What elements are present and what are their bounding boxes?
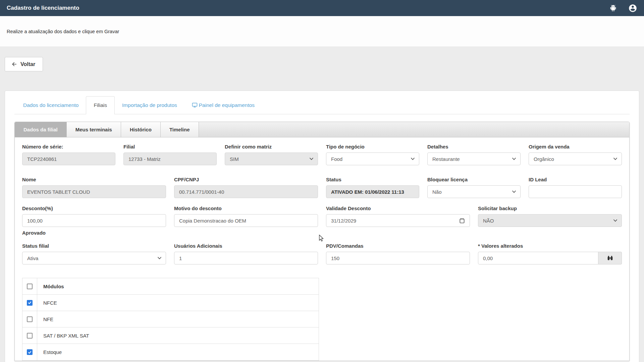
subtab-timeline[interactable]: Timeline — [161, 122, 199, 137]
tab-label: Dados do licenciamento — [23, 102, 78, 108]
valores-search-button[interactable] — [598, 252, 622, 264]
field-origem-venda: Origem da venda Orgânico — [529, 144, 622, 165]
field-cpf-cnpj: CPF/CNPJ — [174, 177, 318, 198]
field-definir-matriz: Definir como matriz SIM — [225, 144, 318, 165]
module-row-nfe: NFE — [22, 311, 319, 327]
top-bar: Cadastro de licenciamento — [0, 0, 644, 16]
android-icon[interactable] — [608, 4, 618, 13]
modules-header-label: Módulos — [37, 284, 64, 289]
bloquear-licenca-label: Bloquear licença — [427, 177, 521, 183]
module-checkbox[interactable] — [27, 333, 33, 339]
status-filial-label: Status filial — [22, 243, 166, 249]
filial-input — [123, 153, 217, 165]
licensing-card: Dados do licenciamento Filiais Importaçã… — [5, 90, 639, 362]
tipo-negocio-label: Tipo de negócio — [326, 144, 419, 150]
modules-header-row: Módulos — [22, 278, 319, 295]
sub-header: Realize a atualização dos dados e clique… — [0, 16, 644, 47]
tab-label: Importação de produtos — [122, 102, 177, 108]
detalhes-label: Detalhes — [427, 144, 521, 150]
validade-desconto-date[interactable]: 31/12/2029 — [326, 214, 470, 227]
chevron-down-icon — [613, 158, 618, 161]
field-validade-desconto: Validade Desconto 31/12/2029 — [326, 205, 470, 236]
modules-table: Módulos NFCE — [22, 278, 319, 361]
cpf-cnpj-label: CPF/CNPJ — [174, 177, 318, 183]
tipo-negocio-select[interactable]: Food — [326, 153, 419, 165]
module-label: NFE — [37, 316, 53, 322]
module-row-sat: SAT / BKP XML SAT — [22, 327, 319, 344]
tab-importacao-de-produtos[interactable]: Importação de produtos — [115, 96, 184, 114]
field-tipo-negocio: Tipo de negócio Food — [326, 144, 419, 165]
module-label: Estoque — [37, 349, 62, 355]
back-button-label: Voltar — [20, 61, 35, 67]
cpf-cnpj-input — [174, 185, 318, 198]
field-desconto: Desconto(%) Aprovado — [22, 205, 166, 236]
definir-matriz-select[interactable]: SIM — [225, 153, 318, 165]
validade-desconto-label: Validade Desconto — [326, 205, 470, 212]
subtab-label: Meus terminais — [75, 127, 112, 132]
tab-dados-do-licenciamento[interactable]: Dados do licenciamento — [16, 96, 86, 114]
pdv-comandas-input[interactable] — [326, 252, 470, 264]
account-icon[interactable] — [628, 4, 637, 13]
arrow-left-icon — [11, 61, 17, 67]
status-value: ATIVADO EM: 01/06/2022 11:13 — [326, 185, 419, 198]
select-value: Food — [331, 156, 342, 162]
chevron-down-icon — [512, 158, 516, 161]
field-bloquear-licenca: Bloquear licença Não — [427, 177, 521, 198]
module-row-nfce: NFCE — [22, 295, 319, 311]
solicitar-backup-label: Solicitar backup — [478, 205, 622, 212]
module-row-estoque: Estoque — [22, 344, 319, 360]
tab-painel-de-equipamentos[interactable]: Painel de equipamentos — [184, 96, 262, 114]
module-checkbox[interactable] — [27, 300, 33, 306]
binoculars-icon — [607, 255, 613, 261]
origem-venda-select[interactable]: Orgânico — [529, 153, 622, 165]
main-tabs: Dados do licenciamento Filiais Importaçã… — [14, 96, 630, 114]
valores-alterados-input[interactable] — [478, 252, 598, 264]
instruction-text: Realize a atualização dos dados e clique… — [7, 29, 119, 34]
filial-panel: Dados da filial Meus terminais Histórico… — [14, 122, 630, 361]
subtab-historico[interactable]: Histórico — [121, 122, 161, 137]
monitor-icon — [192, 102, 198, 108]
select-value: Não — [432, 189, 442, 195]
module-label: NFCE — [37, 300, 57, 306]
subtab-label: Dados da filial — [23, 127, 58, 132]
motivo-desconto-input[interactable] — [174, 214, 318, 227]
filial-form: Número de série: Filial Definir como mat… — [15, 137, 629, 361]
field-valores-alterados: * Valores alterados — [478, 243, 622, 264]
tab-filiais[interactable]: Filiais — [86, 96, 115, 114]
id-lead-input[interactable] — [529, 185, 622, 198]
nome-label: Nome — [22, 177, 166, 183]
filial-subtabs: Dados da filial Meus terminais Histórico… — [15, 122, 629, 137]
page-title: Cadastro de licenciamento — [7, 5, 79, 11]
status-filial-select[interactable]: Ativa — [22, 252, 166, 264]
select-value: SIM — [230, 156, 239, 162]
numero-serie-input — [22, 153, 115, 165]
motivo-desconto-label: Motivo do desconto — [174, 205, 318, 212]
field-solicitar-backup: Solicitar backup NÃO — [478, 205, 622, 236]
field-status: Status ATIVADO EM: 01/06/2022 11:13 — [326, 177, 419, 198]
detalhes-select[interactable]: Restaurante — [427, 153, 521, 165]
select-value: NÃO — [483, 218, 494, 224]
select-value: Orgânico — [534, 156, 554, 162]
usuarios-adicionais-input[interactable] — [174, 252, 318, 264]
page-body: Voltar Dados do licenciamento Filiais Im… — [0, 47, 644, 362]
field-pdv-comandas: PDV/Comandas — [326, 243, 470, 264]
subtab-label: Timeline — [169, 127, 190, 132]
subtab-meus-terminais[interactable]: Meus terminais — [67, 122, 121, 137]
pdv-comandas-label: PDV/Comandas — [326, 243, 470, 249]
desconto-label: Desconto(%) — [22, 205, 166, 212]
origem-venda-label: Origem da venda — [529, 144, 622, 150]
subtab-dados-da-filial[interactable]: Dados da filial — [15, 122, 67, 137]
bloquear-licenca-select[interactable]: Não — [427, 185, 521, 198]
module-checkbox[interactable] — [27, 349, 33, 355]
field-usuarios-adicionais: Usuários Adicionais — [174, 243, 318, 264]
chevron-down-icon — [411, 158, 415, 161]
solicitar-backup-select[interactable]: NÃO — [478, 214, 622, 227]
field-numero-serie: Número de série: — [22, 144, 115, 165]
back-button[interactable]: Voltar — [5, 57, 43, 71]
desconto-input[interactable] — [22, 214, 166, 227]
numero-serie-label: Número de série: — [22, 144, 115, 150]
module-checkbox[interactable] — [27, 316, 33, 322]
modules-select-all-checkbox[interactable] — [27, 284, 33, 289]
aprovado-label: Aprovado — [22, 230, 166, 236]
date-value: 31/12/2029 — [331, 218, 356, 224]
